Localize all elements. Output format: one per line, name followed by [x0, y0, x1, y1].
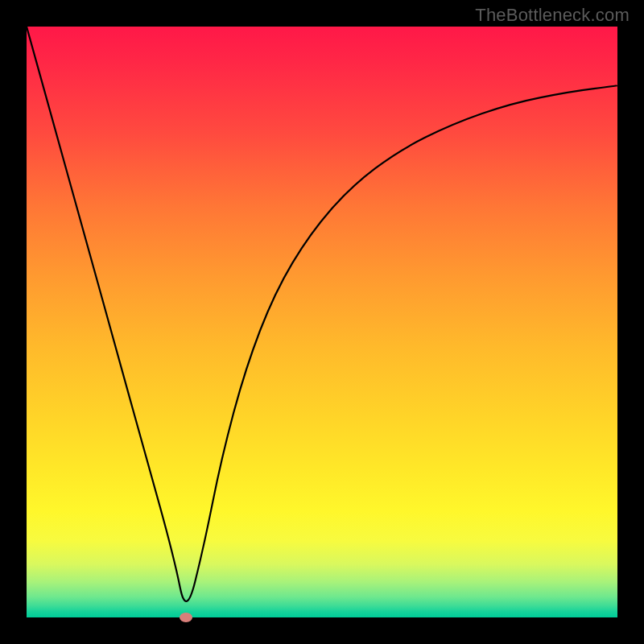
plot-area — [27, 27, 617, 617]
optimal-marker — [180, 613, 192, 622]
curve-path — [27, 27, 617, 601]
bottleneck-curve — [27, 27, 617, 617]
watermark-text: TheBottleneck.com — [475, 5, 630, 26]
chart-frame: TheBottleneck.com — [0, 0, 644, 644]
